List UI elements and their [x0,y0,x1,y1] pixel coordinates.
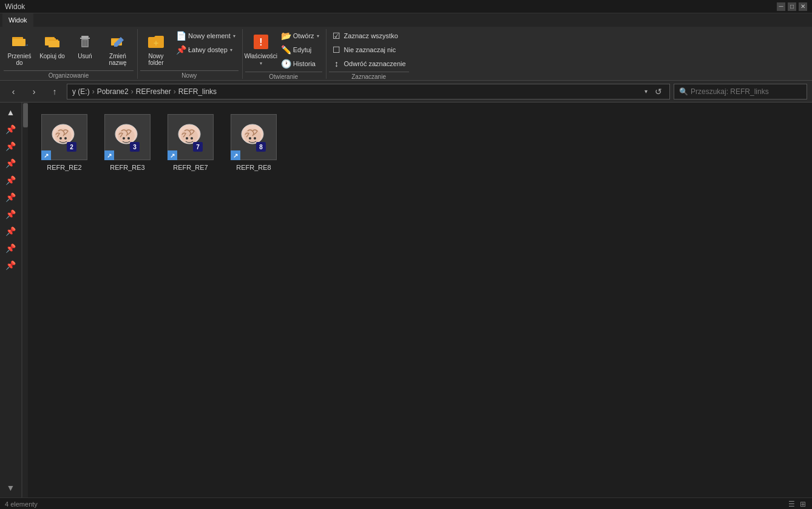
svg-text:→: → [23,41,28,48]
historia-label: Historia [293,60,316,67]
left-panel-pin-9[interactable]: 📌 [4,258,18,272]
ribbon: Widok → Przenieś do [0,13,812,81]
zmiennazwe-label: Zmień nazwę [104,53,132,66]
back-button[interactable]: ‹ [5,84,22,99]
file-name-re7: REFR_RE7 [173,164,208,171]
kopiujdo-button[interactable]: Kopiuj do [36,29,68,67]
minimize-button[interactable]: ─ [777,2,785,11]
path-segment-pobrane[interactable]: Pobrane2 [97,87,129,96]
left-scrollbar [22,103,28,497]
tab-widok[interactable]: Widok [2,13,33,27]
wlasciwosci-arrow: ▾ [260,61,262,66]
file-icon-container-re2: 2 ↗ [40,113,89,161]
otwieranie-small-group: 📂 Otwórz ▾ ✏️ Edytuj 🕐 Historia [278,29,322,70]
left-panel-pin-3[interactable]: 📌 [4,156,18,170]
left-panel-pin-8[interactable]: 📌 [4,241,18,255]
ribbon-group-zaznaczanie-buttons: ☑ Zaznacz wszystko ☐ Nie zaznaczaj nic ↕… [329,29,409,70]
address-path[interactable]: y (E:) › Pobrane2 › REFresher › REFR_lin… [67,84,670,99]
kopiujdo-icon [42,32,62,52]
svg-point-33 [191,137,193,140]
left-panel-up[interactable]: ▲ [4,105,18,120]
svg-text:2: 2 [70,144,73,150]
path-sep-1: › [92,87,95,96]
search-bar[interactable]: 🔍 [674,84,807,99]
view-tiles-button[interactable]: ⊞ [799,500,807,508]
path-segment-refresher[interactable]: REFresher [136,87,171,96]
title-bar-controls: ─ □ ✕ [777,2,807,11]
left-panel-pin-4[interactable]: 📌 [4,173,18,187]
shortcut-arrow-re3: ↗ [104,150,114,160]
svg-point-26 [123,137,125,140]
przeniesdо-button[interactable]: → Przenieś do [4,29,35,68]
nie-zaznaczaj-nic-button[interactable]: ☐ Nie zaznaczaj nic [329,43,409,56]
odwroc-zaznaczenie-button[interactable]: ↕ Odwróć zaznaczenie [329,57,409,70]
file-name-re8: REFR_RE8 [236,164,271,171]
zaznacz-wszystko-button[interactable]: ☑ Zaznacz wszystko [329,29,409,42]
close-button[interactable]: ✕ [799,2,807,11]
left-panel-pin-5[interactable]: 📌 [4,190,18,204]
file-icon-container-re8: 8 ↗ [229,113,278,161]
file-area: 2 ↗ REFR_RE2 [28,103,812,497]
svg-rect-8 [80,38,90,39]
latwy-dostep-icon: 📌 [176,45,186,55]
usun-icon [75,32,95,52]
left-panel-pin-2[interactable]: 📌 [4,139,18,153]
title-bar: Widok ─ □ ✕ [0,0,812,13]
list-item[interactable]: 7 ↗ REFR_RE7 [160,109,221,175]
nowy-element-icon: 📄 [176,31,186,41]
edytuj-button[interactable]: ✏️ Edytuj [278,43,322,56]
kopiujdo-label: Kopiuj do [39,53,65,59]
search-icon: 🔍 [679,87,688,96]
przeniesdо-icon: → [10,32,29,52]
status-bar: 4 elementy ☰ ⊞ [0,497,812,509]
svg-text:+: + [154,38,158,48]
usun-button[interactable]: Usuń [69,29,101,67]
list-item[interactable]: 2 ↗ REFR_RE2 [34,109,95,175]
path-segment-refr-links[interactable]: REFR_links [178,87,217,96]
path-segment-drive[interactable]: y (E:) [72,87,90,96]
path-refresh-button[interactable]: ↺ [652,87,665,96]
ribbon-group-nowy: + Nowy folder 📄 Nowy element ▾ 📌 Łatwy d… [139,29,243,79]
historia-button[interactable]: 🕐 Historia [278,57,322,70]
latwy-dostep-button[interactable]: 📌 Łatwy dostęp ▾ [173,43,239,56]
nowy-element-button[interactable]: 📄 Nowy element ▾ [173,29,239,42]
view-details-button[interactable]: ☰ [787,500,796,508]
left-panel: ▲ 📌 📌 📌 📌 📌 📌 📌 📌 📌 ▼ [0,103,22,497]
edytuj-icon: ✏️ [281,45,291,55]
search-input[interactable] [691,87,802,96]
nowy-folder-label: Nowy folder [142,53,170,66]
ribbon-group-nowy-buttons: + Nowy folder 📄 Nowy element ▾ 📌 Łatwy d… [140,29,239,69]
up-button[interactable]: ↑ [46,84,63,99]
svg-rect-6 [49,41,59,47]
ribbon-group-organizowanie-buttons: → Przenieś do Kopiuj do [4,29,134,69]
left-panel-pin-1[interactable]: 📌 [4,122,18,137]
left-panel-down[interactable]: ▼ [4,480,18,495]
left-panel-pin-6[interactable]: 📌 [4,207,18,221]
scrollbar-thumb[interactable] [23,103,28,127]
svg-point-21 [64,137,67,140]
otworz-icon: 📂 [281,31,291,41]
wlasciwosci-label: Właściwości [244,53,277,59]
edytuj-label: Edytuj [293,46,312,53]
path-dropdown-button[interactable]: ▾ [642,88,650,95]
ribbon-content: → Przenieś do Kopiuj do [0,27,812,80]
svg-point-27 [127,137,130,140]
list-item[interactable]: 3 ↗ REFR_RE3 [97,109,158,175]
left-panel-pin-7[interactable]: 📌 [4,224,18,238]
otworz-button[interactable]: 📂 Otwórz ▾ [278,29,322,42]
zaznacz-wszystko-label: Zaznacz wszystko [344,32,398,39]
latwy-dostep-arrow: ▾ [230,47,232,53]
odwroc-zaznaczenie-icon: ↕ [332,59,342,69]
svg-point-32 [186,137,188,140]
shortcut-arrow-re7: ↗ [167,150,177,160]
file-name-re2: REFR_RE2 [47,164,81,171]
maximize-button[interactable]: □ [788,2,796,11]
forward-button[interactable]: › [25,84,42,99]
address-bar: ‹ › ↑ y (E:) › Pobrane2 › REFresher › RE… [0,81,812,103]
zmiennazwe-button[interactable]: Zmień nazwę [102,29,134,68]
svg-point-39 [254,137,256,140]
list-item[interactable]: 8 ↗ REFR_RE8 [223,109,284,175]
wlasciwosci-button[interactable]: ! Właściwości ▾ [245,29,277,68]
svg-point-20 [59,137,62,140]
nowy-folder-button[interactable]: + Nowy folder [140,29,172,68]
